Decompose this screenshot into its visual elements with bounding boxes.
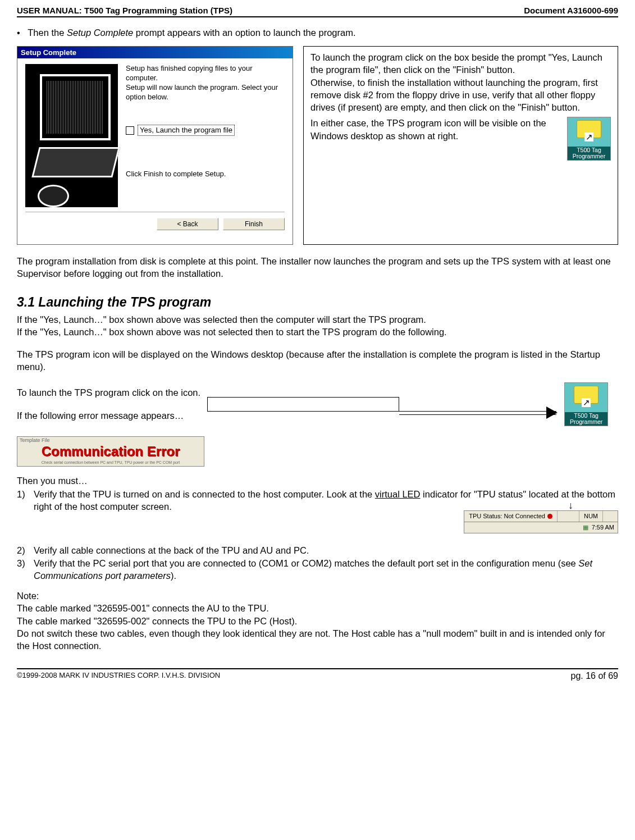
note-3: Do not switch these two cables, even tho… [17,627,618,652]
communication-error-box: Template File Communication Error Check … [17,436,204,467]
p-launch4: To launch the TPS program click on the i… [17,386,200,399]
back-button[interactable]: < Back [157,218,218,230]
note-1: The cable marked "326595-001" connects t… [17,602,618,614]
page-footer: ©1999-2008 MARK IV INDUSTRIES CORP. I.V.… [17,668,618,681]
footer-page-number: pg. 16 of 69 [570,671,618,681]
status-bar-screenshot: ↓ TPU Status: Not Connected NUM ▦ 7:59 A… [464,503,618,533]
info-p2: Otherwise, to finish the installation wi… [310,76,611,114]
dialog-titlebar: Setup Complete [17,47,293,58]
arrow-callout-box [207,397,399,412]
tps-program-icon[interactable]: ↗ T500 Tag Programmer [567,117,611,161]
tpu-status-cell: TPU Status: Not Connected [464,511,558,522]
num-lock-cell: NUM [579,511,603,522]
list-item-1: Verify that the TPU is turned on and is … [34,488,618,545]
led-red-icon [547,514,552,519]
dialog-finish-hint: Click Finish to complete Setup. [126,170,285,179]
tray-icon: ▦ [583,523,588,532]
note-2: The cable marked "326595-002" connects t… [17,615,618,627]
info-p1: To launch the program click on the box b… [310,51,611,76]
footer-copyright: ©1999-2008 MARK IV INDUSTRIES CORP. I.V.… [17,671,220,681]
page-header: USER MANUAL: T500 Tag Programming Statio… [17,6,618,17]
list-item-2: Verify all cable connections at the back… [34,544,309,556]
dialog-line1: Setup has finished copying files to your… [126,64,252,82]
comm-error-text: Communication Error [17,444,204,460]
tps-icon-label-2: T500 Tag Programmer [565,412,607,426]
clock-time: 7:59 AM [592,523,614,532]
p-launch2: If the "Yes, Launch…" box shown above wa… [17,326,618,338]
bullet-setup-complete: • Then the Setup Complete prompt appears… [17,28,618,38]
arrow-down-icon: ↓ [464,503,618,509]
note-label: Note: [17,590,618,602]
launch-checkbox[interactable] [126,126,134,135]
p-launch5: If the following error message appears… [17,409,200,422]
p-launch3: The TPS program icon will be displayed o… [17,348,618,373]
info-box: To launch the program click on the box b… [303,46,618,245]
section-3-1-title: 3.1 Launching the TPS program [17,295,618,310]
then-you-must: Then you must… [17,474,618,487]
list-item-3: Verify that the PC serial port that you … [34,557,618,582]
launch-checkbox-label: Yes, Launch the program file [138,125,235,136]
info-p3: In either case, the TPS program icon wil… [310,117,560,142]
setup-complete-dialog: Setup Complete Setup has finished copyin… [17,46,293,245]
comm-error-bottom: Check serial connection between PC and T… [17,460,204,466]
dialog-line2: Setup will now launch the program. Selec… [126,83,278,101]
comm-error-top: Template File [17,437,204,444]
arrow-right-icon [546,407,558,419]
header-left: USER MANUAL: T500 Tag Programming Statio… [17,6,232,15]
header-right: Document A316000-699 [524,6,618,15]
tps-icon-label: T500 Tag Programmer [568,147,610,160]
p-launch1: If the "Yes, Launch…" box shown above wa… [17,313,618,326]
shortcut-arrow-icon: ↗ [582,398,591,407]
finish-button[interactable]: Finish [223,218,285,230]
shortcut-arrow-icon: ↗ [584,133,593,141]
tps-program-icon-2[interactable]: ↗ T500 Tag Programmer [564,382,608,426]
dialog-graphic [25,64,118,207]
para-install-complete: The program installation from disk is co… [17,255,618,280]
